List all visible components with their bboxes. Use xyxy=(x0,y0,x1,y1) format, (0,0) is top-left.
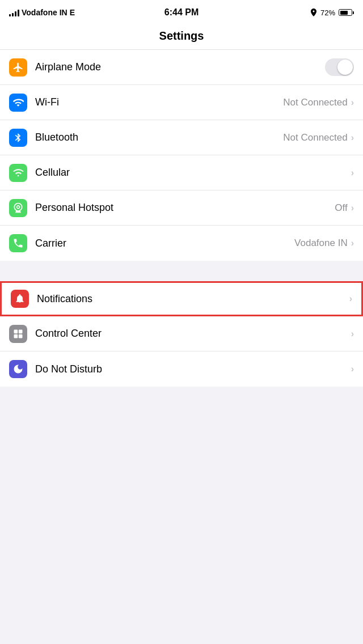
sidebar-item-wifi[interactable]: Wi-Fi Not Connected › xyxy=(0,85,363,120)
control-center-chevron: › xyxy=(351,329,354,339)
cellular-chevron: › xyxy=(351,168,354,178)
sidebar-item-cellular[interactable]: Cellular › xyxy=(0,155,363,190)
section-separator xyxy=(0,261,363,281)
wifi-label: Wi-Fi xyxy=(35,96,283,108)
carrier-chevron: › xyxy=(351,238,354,248)
svg-rect-2 xyxy=(14,334,18,338)
network-type: E xyxy=(70,8,75,17)
sidebar-item-airplane-mode[interactable]: Airplane Mode xyxy=(0,50,363,85)
bluetooth-value: Not Connected xyxy=(283,132,347,143)
sidebar-item-carrier[interactable]: Carrier Vodafone IN › xyxy=(0,226,363,261)
svg-rect-3 xyxy=(19,334,23,338)
notifications-label: Notifications xyxy=(37,293,346,305)
wifi-value: Not Connected xyxy=(283,97,347,108)
signal-bars xyxy=(9,9,19,16)
airplane-icon xyxy=(9,58,27,77)
battery-icon xyxy=(339,9,354,16)
carrier-value: Vodafone IN xyxy=(294,238,348,249)
sidebar-item-personal-hotspot[interactable]: Personal Hotspot Off › xyxy=(0,190,363,226)
hotspot-icon xyxy=(9,199,27,217)
airplane-mode-label: Airplane Mode xyxy=(35,61,325,73)
hotspot-chevron: › xyxy=(351,203,354,213)
sidebar-item-notifications[interactable]: Notifications › xyxy=(0,281,363,316)
control-center-icon xyxy=(9,325,27,343)
hotspot-label: Personal Hotspot xyxy=(35,202,335,214)
cellular-icon xyxy=(9,164,27,182)
connectivity-section: Airplane Mode Wi-Fi Not Connected › Blue… xyxy=(0,50,363,261)
svg-rect-1 xyxy=(19,329,23,333)
sidebar-item-bluetooth[interactable]: Bluetooth Not Connected › xyxy=(0,120,363,155)
hotspot-value: Off xyxy=(335,202,347,214)
status-right: 72% xyxy=(310,9,354,17)
bluetooth-label: Bluetooth xyxy=(35,132,283,143)
carrier-icon xyxy=(9,234,27,252)
status-bar: Vodafone IN E 6:44 PM 72% xyxy=(0,0,363,25)
control-center-label: Control Center xyxy=(35,328,348,340)
carrier-label: Carrier xyxy=(35,238,294,249)
dnd-chevron: › xyxy=(351,364,354,374)
notifications-icon xyxy=(11,290,29,308)
wifi-icon xyxy=(9,94,27,112)
battery-percent: 72% xyxy=(320,9,335,17)
page-title: Settings xyxy=(0,25,363,50)
carrier-label: Vodafone IN xyxy=(22,8,67,17)
notifications-chevron: › xyxy=(349,294,352,304)
status-time: 6:44 PM xyxy=(164,7,199,18)
svg-rect-0 xyxy=(14,329,18,333)
dnd-label: Do Not Disturb xyxy=(35,363,348,375)
toggle-knob xyxy=(337,60,353,75)
status-left: Vodafone IN E xyxy=(9,8,75,17)
bluetooth-icon xyxy=(9,129,27,147)
dnd-icon xyxy=(9,360,27,378)
sidebar-item-do-not-disturb[interactable]: Do Not Disturb › xyxy=(0,351,363,387)
wifi-chevron: › xyxy=(351,98,354,108)
location-icon xyxy=(310,9,317,16)
bluetooth-chevron: › xyxy=(351,133,354,143)
system-section: Notifications › Control Center › Do Not … xyxy=(0,281,363,387)
airplane-mode-toggle[interactable] xyxy=(325,58,354,76)
cellular-label: Cellular xyxy=(35,167,348,179)
sidebar-item-control-center[interactable]: Control Center › xyxy=(0,316,363,351)
